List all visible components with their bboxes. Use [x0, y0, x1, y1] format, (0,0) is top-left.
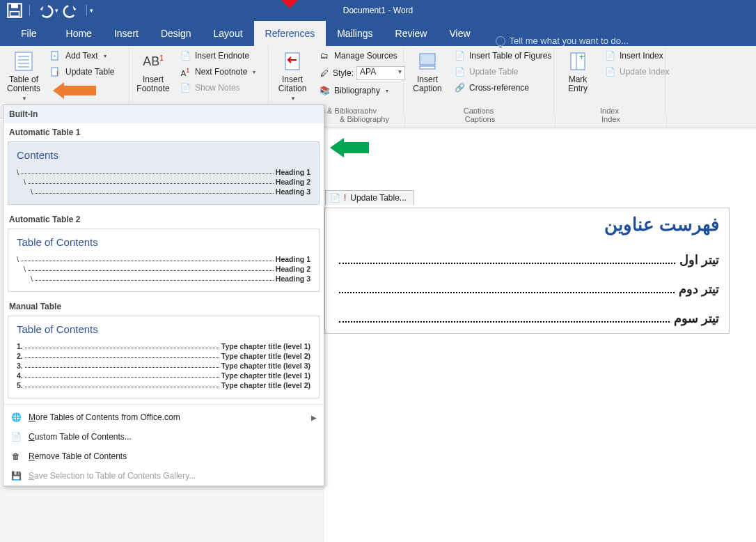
undo-icon[interactable] — [36, 1, 54, 20]
tell-me-placeholder: Tell me what you want to do... — [510, 36, 629, 46]
tab-review[interactable]: Review — [384, 21, 439, 46]
gallery-auto-table-1[interactable]: Contents \Heading 1 \Heading 2 \Heading … — [8, 141, 320, 205]
add-text-button[interactable]: + Add Text▾ — [47, 49, 118, 63]
update-table-figures-button: 📄Update Table — [451, 65, 555, 79]
tab-file[interactable]: File — [10, 21, 48, 46]
document-page: 📄! Update Table... فهرست عناوین تیتر اول… — [324, 130, 756, 542]
citation-icon — [281, 50, 304, 72]
office-icon: 🌐 — [10, 412, 22, 423]
menu-header-builtin: Built-In — [3, 105, 324, 123]
insert-caption-button[interactable]: Insert Caption — [408, 49, 447, 95]
chevron-right-icon: ▶ — [311, 414, 317, 421]
insert-endnote-label: Insert Endnote — [195, 51, 249, 61]
add-text-icon: + — [50, 50, 61, 61]
endnote-icon: 📄 — [180, 50, 191, 61]
tab-references-label: References — [265, 28, 315, 39]
style-label: Style: — [333, 68, 354, 78]
caption-icon — [416, 50, 439, 72]
group-captions: Insert Caption 📄Insert Table of Figures … — [404, 46, 554, 118]
bibliography-label: Bibliography — [334, 86, 380, 95]
redo-icon[interactable] — [63, 1, 81, 20]
insert-caption-label: Insert Caption — [413, 75, 441, 93]
qat-customize-icon[interactable]: ▾ — [90, 7, 93, 14]
svg-text:+: + — [53, 53, 56, 59]
menu-more-label: ore Tables of Contents from Office.com — [36, 412, 180, 422]
strip-index: Index — [556, 114, 667, 127]
tell-me-search[interactable]: Tell me what you want to do... — [496, 36, 629, 46]
update-index-button: 📄Update Index — [601, 65, 672, 79]
tof-icon: 📄 — [454, 50, 465, 61]
show-notes-icon: 📄 — [180, 82, 191, 93]
tab-references[interactable]: References — [254, 21, 326, 46]
gallery-auto-table-2[interactable]: Table of Contents \Heading 1 \Heading 2 … — [8, 229, 320, 292]
cross-reference-button[interactable]: 🔗Cross-reference — [451, 81, 555, 95]
insert-index-label: Insert Index — [620, 51, 663, 61]
svg-rect-3 — [15, 52, 32, 70]
chevron-down-icon: ▼ — [22, 96, 27, 102]
insert-table-of-figures-button[interactable]: 📄Insert Table of Figures — [451, 49, 555, 63]
bibliography-button[interactable]: 📚Bibliography▾ — [316, 84, 408, 98]
tab-design[interactable]: Design — [150, 21, 203, 46]
next-footnote-button[interactable]: A1Next Footnote▾ — [177, 65, 258, 79]
annotation-orange-arrow — [53, 82, 96, 99]
crossref-label: Cross-reference — [469, 83, 529, 93]
menu-separator — [3, 404, 324, 405]
quick-access-toolbar: ▾ ▾ — [0, 1, 93, 20]
svg-text:+: + — [579, 52, 584, 62]
show-notes-button: 📄Show Notes — [177, 81, 258, 95]
tab-insert[interactable]: Insert — [103, 21, 150, 46]
document-title: Document1 - Word — [343, 6, 413, 15]
insert-index-button[interactable]: 📄Insert Index — [601, 49, 672, 63]
strip-captions: Captions — [405, 114, 556, 127]
tab-view[interactable]: View — [438, 21, 481, 46]
custom-toc-icon: 📄 — [10, 431, 22, 442]
table-of-contents-button[interactable]: Table of Contents ▼ — [4, 49, 43, 104]
tab-mailings[interactable]: Mailings — [326, 21, 384, 46]
menu-custom-toc[interactable]: 📄 Custom Table of Contents... — [3, 427, 324, 447]
toc-icon — [13, 50, 35, 72]
manual-heading: Table of Contents — [17, 323, 310, 335]
svg-rect-14 — [420, 66, 435, 69]
menu-more-from-office[interactable]: 🌐 More Tables of Contents from Office.co… — [3, 408, 324, 427]
remove-toc-icon: 🗑 — [10, 451, 22, 462]
mark-entry-label: Mark Entry — [568, 75, 588, 93]
manage-sources-icon: 🗂 — [319, 50, 330, 61]
next-footnote-icon: A1 — [180, 66, 191, 77]
toc-field-box[interactable]: 📄! Update Table... فهرست عناوین تیتر اول… — [324, 208, 730, 334]
citation-style-row: 🖊 Style: APA — [316, 65, 408, 82]
gallery-manual-table[interactable]: Table of Contents 1.Type chapter title (… — [8, 316, 320, 398]
menu-custom-label: ustom Table of Contents... — [35, 432, 132, 442]
undo-dropdown-icon[interactable]: ▾ — [55, 7, 58, 14]
insert-footnote-button[interactable]: AB1 Insert Footnote — [134, 49, 173, 95]
menu-sub-manual: Manual Table — [3, 297, 324, 314]
mark-entry-button[interactable]: + Mark Entry — [558, 49, 597, 95]
insert-endnote-button[interactable]: 📄Insert Endnote — [177, 49, 258, 63]
toc-dropdown-menu: Built-In Automatic Table 1 Contents \Hea… — [3, 104, 324, 486]
toc-update-tab[interactable]: 📄! Update Table... — [325, 190, 414, 205]
auto2-heading: Table of Contents — [17, 236, 310, 248]
update-index-label: Update Index — [620, 67, 669, 77]
manage-sources-button[interactable]: 🗂Manage Sources — [316, 49, 408, 63]
style-icon: 🖊 — [319, 68, 330, 79]
insert-citation-label: Insert Citation — [278, 75, 307, 93]
toc-doc-row-3: تیتر سوم — [325, 304, 729, 333]
svg-rect-2 — [10, 12, 19, 17]
crossref-icon: 🔗 — [454, 82, 465, 93]
svg-rect-13 — [420, 54, 435, 65]
add-text-label: Add Text — [65, 51, 97, 61]
update-table-button[interactable]: ! Update Table — [47, 65, 118, 79]
next-footnote-label: Next Footnote — [195, 67, 247, 77]
group-label-strip: & Bibliography Captions Index — [324, 114, 756, 127]
insert-index-icon: 📄 — [604, 50, 615, 61]
insert-citation-button[interactable]: Insert Citation▼ — [273, 49, 312, 104]
toc-doc-row-1-text: تیتر اول — [679, 252, 719, 268]
group-index: + Mark Entry 📄Insert Index 📄Update Index… — [554, 46, 666, 118]
menu-remove-toc[interactable]: 🗑 Remove Table of Contents — [3, 447, 324, 466]
tab-home[interactable]: Home — [55, 21, 103, 46]
update-table-label: Update Table — [65, 67, 115, 77]
save-icon[interactable] — [6, 1, 24, 20]
manage-sources-label: Manage Sources — [334, 51, 397, 61]
tab-layout[interactable]: Layout — [203, 21, 254, 46]
qat-separator-2 — [86, 5, 87, 16]
style-select[interactable]: APA — [356, 66, 405, 80]
